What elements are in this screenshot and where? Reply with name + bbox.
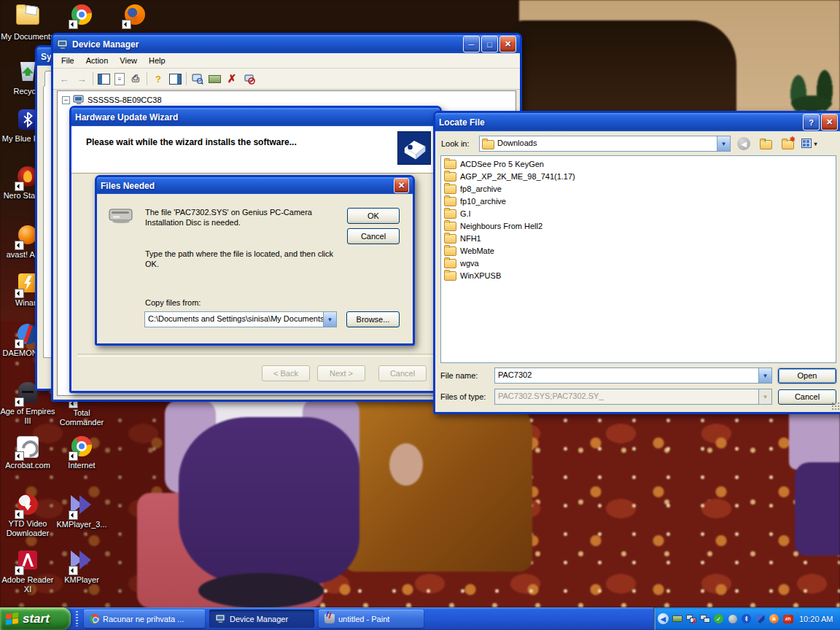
cancel-button[interactable]: Cancel bbox=[778, 389, 836, 405]
close-button[interactable]: ✕ bbox=[499, 36, 516, 52]
taskbar-button-paint[interactable]: untitled - Paint bbox=[319, 610, 424, 628]
cancel-button[interactable]: Cancel bbox=[378, 365, 427, 381]
up-one-level-button[interactable]: ↑ bbox=[757, 136, 774, 152]
desktop-icon-adobe-reader[interactable]: Adobe Reader XI bbox=[0, 548, 55, 594]
update-driver-icon[interactable] bbox=[209, 75, 221, 83]
folder-item[interactable]: Neighbours From Hell2 bbox=[441, 219, 836, 232]
chevron-down-icon[interactable]: ▼ bbox=[758, 368, 771, 383]
taskbar-button-label: untitled - Paint bbox=[338, 615, 389, 623]
toolbar-handle[interactable] bbox=[76, 611, 78, 626]
ati-tray-icon[interactable]: ATI bbox=[782, 613, 793, 624]
next-button[interactable]: Next > bbox=[317, 365, 365, 381]
menu-file[interactable]: File bbox=[56, 55, 79, 66]
windows-security-tray-icon[interactable] bbox=[755, 613, 766, 624]
hidden-icons-chevron[interactable]: ◀ bbox=[658, 613, 669, 624]
bluetooth-tray-icon[interactable] bbox=[741, 613, 752, 624]
antivirus-check-tray-icon[interactable]: ✓ bbox=[713, 613, 724, 624]
chevron-down-icon[interactable]: ▼ bbox=[717, 136, 730, 151]
show-console-tree-icon[interactable] bbox=[98, 74, 110, 85]
files-needed-titlebar[interactable]: Files Needed ✕ bbox=[97, 177, 413, 194]
folder-item[interactable]: ACDSee Pro 5 KeyGen bbox=[441, 158, 836, 170]
wallpaper-child-pants bbox=[179, 417, 359, 585]
minimize-button[interactable]: ─ bbox=[463, 36, 480, 52]
back-nav-button[interactable]: ◀ bbox=[735, 136, 752, 152]
desktop-icon-chrome[interactable] bbox=[54, 3, 109, 28]
start-button[interactable]: start bbox=[0, 607, 71, 630]
file-name-combobox[interactable]: PAC7302 ▼ bbox=[494, 368, 772, 384]
shortcut-arrow-icon bbox=[15, 397, 24, 407]
toolbar-separator bbox=[93, 72, 93, 85]
folder-item[interactable]: wgva bbox=[441, 257, 836, 269]
tree-root-label: SSSSSS-8E09CC38 bbox=[88, 96, 162, 104]
files-needed-instruction: Type the path where the file is located,… bbox=[145, 249, 357, 269]
browse-button[interactable]: Browse... bbox=[346, 311, 400, 327]
back-button[interactable]: < Back bbox=[262, 365, 310, 381]
desktop-icon-my-documents[interactable]: My Documents bbox=[0, 3, 55, 42]
device-manager-titlebar[interactable]: Device Manager ─ □ ✕ bbox=[53, 35, 520, 53]
device-manager-menubar: File Action View Help bbox=[53, 53, 520, 69]
folder-item-label: ACDSee Pro 5 KeyGen bbox=[460, 160, 544, 168]
print-icon[interactable]: ⎙ bbox=[129, 72, 142, 85]
desktop-icon-ytd[interactable]: YTD Video Downloader bbox=[0, 493, 55, 538]
disable-icon[interactable] bbox=[243, 72, 256, 85]
network-offline-tray-icon[interactable]: ✗ bbox=[685, 613, 696, 624]
icon-label: Age of Empires III bbox=[0, 407, 55, 426]
back-icon[interactable]: ← bbox=[58, 72, 71, 85]
taskbar: start Racunar ne prihvata ... Device Man… bbox=[0, 607, 840, 630]
folder-item[interactable]: NFH1 bbox=[441, 232, 836, 244]
menu-action[interactable]: Action bbox=[81, 55, 114, 66]
network-tray-icon[interactable] bbox=[699, 613, 710, 624]
clock[interactable]: 10:20 AM bbox=[799, 615, 833, 623]
desktop-icon-internet[interactable]: Internet bbox=[54, 435, 109, 470]
taskbar-button-device-manager[interactable]: Device Manager bbox=[209, 610, 314, 628]
folder-item[interactable]: WinXPUSB bbox=[441, 269, 836, 281]
wizard-titlebar[interactable]: Hardware Update Wizard bbox=[71, 108, 440, 126]
taskbar-button-chrome[interactable]: Racunar ne prihvata ... bbox=[84, 610, 205, 628]
uninstall-icon[interactable]: ✗ bbox=[225, 72, 238, 85]
locate-file-titlebar[interactable]: Locate File ? ✕ bbox=[435, 113, 840, 131]
cancel-button[interactable]: Cancel bbox=[347, 228, 400, 244]
menu-view[interactable]: View bbox=[114, 55, 142, 66]
look-in-combobox[interactable]: Downloads ▼ bbox=[479, 136, 731, 152]
tree-expander-icon[interactable]: − bbox=[62, 96, 70, 104]
folder-item[interactable]: fp10_archive bbox=[441, 195, 836, 207]
desktop-icon-kmplayer[interactable]: KMPlayer bbox=[54, 548, 109, 585]
help-button[interactable]: ? bbox=[803, 114, 820, 131]
help-icon[interactable]: ? bbox=[152, 72, 165, 85]
scan-hardware-changes-icon[interactable] bbox=[191, 72, 204, 85]
file-name-label: File name: bbox=[440, 371, 489, 380]
chevron-down-icon[interactable]: ▼ bbox=[323, 312, 336, 327]
avast-tray-icon[interactable]: a bbox=[769, 613, 779, 624]
usb-device-tray-icon[interactable] bbox=[672, 613, 682, 624]
open-button[interactable]: Open bbox=[778, 368, 836, 384]
tree-root-row[interactable]: − SSSSSS-8E09CC38 bbox=[58, 91, 516, 105]
folder-item[interactable]: WebMate bbox=[441, 244, 836, 257]
show-action-pane-icon[interactable] bbox=[169, 74, 182, 85]
wallpaper-armchair bbox=[343, 389, 532, 572]
close-button[interactable]: ✕ bbox=[821, 114, 838, 131]
ok-button[interactable]: OK bbox=[347, 208, 400, 224]
view-menu-button[interactable]: ▾ bbox=[801, 136, 818, 152]
properties-icon[interactable]: ≡ bbox=[114, 73, 125, 85]
wizard-header-text: Please wait while the wizard installs th… bbox=[86, 137, 297, 147]
folder-item[interactable]: AGP_XP_2K_ME_98_741(1.17) bbox=[441, 170, 836, 182]
volume-tray-icon[interactable] bbox=[727, 613, 738, 624]
menu-help[interactable]: Help bbox=[144, 55, 171, 66]
new-folder-button[interactable]: ✱ bbox=[779, 136, 796, 152]
hardware-icon bbox=[397, 131, 431, 165]
desktop-icon-kmplayer3[interactable]: KMPlayer_3... bbox=[54, 493, 109, 529]
maximize-button[interactable]: □ bbox=[481, 36, 498, 52]
copy-path-combobox[interactable]: C:\Documents and Settings\sinisa\My Docu… bbox=[144, 311, 337, 327]
toolbar-separator bbox=[186, 72, 187, 85]
folder-item-label: WebMate bbox=[460, 246, 494, 255]
resize-grip[interactable] bbox=[831, 402, 840, 411]
window-title: Files Needed bbox=[101, 181, 155, 191]
folder-icon bbox=[444, 184, 456, 194]
close-button[interactable]: ✕ bbox=[394, 178, 409, 193]
desktop-icon-firefox[interactable] bbox=[107, 3, 163, 28]
desktop-icon-acrobat[interactable]: Acrobat.com bbox=[0, 435, 55, 470]
folder-item[interactable]: fp8_archive bbox=[441, 182, 836, 195]
folder-item[interactable]: G.I bbox=[441, 207, 836, 219]
forward-icon[interactable]: → bbox=[75, 72, 88, 85]
look-in-label: Look in: bbox=[441, 139, 475, 148]
